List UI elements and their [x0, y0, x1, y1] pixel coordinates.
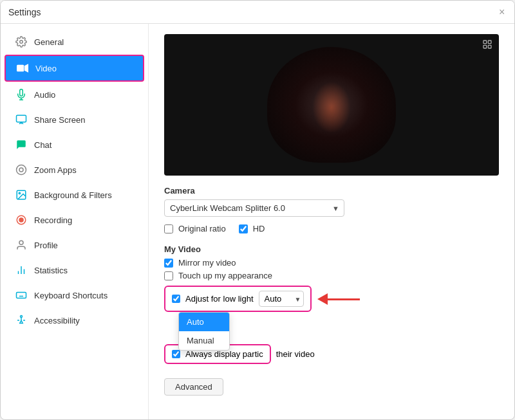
adjust-highlight-box: Adjust for low light Auto ▼ Auto Manual	[164, 286, 312, 312]
share-screen-icon	[15, 113, 28, 126]
background-icon	[15, 188, 28, 201]
camera-select[interactable]: CyberLink Webcam Splitter 6.0	[164, 199, 344, 217]
svg-rect-25	[488, 41, 491, 44]
adjust-row: Adjust for low light Auto ▼	[172, 291, 304, 307]
sidebar-item-share-label: Share Screen	[34, 115, 86, 125]
content-area: General Video	[1, 24, 514, 419]
adjust-dropdown-wrapper: Auto ▼	[259, 291, 304, 307]
svg-rect-26	[483, 45, 487, 48]
titlebar: Settings ×	[1, 1, 514, 24]
arrow-head	[317, 293, 328, 305]
zoom-apps-icon	[15, 163, 28, 176]
hd-checkbox[interactable]	[239, 224, 248, 233]
video-preview	[164, 34, 499, 176]
sidebar-item-statistics[interactable]: Statistics	[5, 258, 144, 282]
profile-icon	[15, 239, 28, 251]
sidebar-item-recording-label: Recording	[34, 215, 72, 225]
dropdown-option-manual[interactable]: Manual	[179, 331, 229, 350]
touch-up-checkbox[interactable]	[164, 271, 173, 280]
sidebar-item-chat-label: Chat	[34, 140, 52, 150]
always-display-label: Always display partic	[185, 349, 263, 359]
sidebar-item-accessibility[interactable]: Accessibility	[5, 308, 144, 333]
camera-select-wrapper: CyberLink Webcam Splitter 6.0 ▼	[164, 199, 344, 217]
sidebar-item-keyboard[interactable]: Keyboard Shortcuts	[5, 283, 144, 307]
camera-section: Camera CyberLink Webcam Splitter 6.0 ▼ O…	[164, 186, 499, 237]
hd-label: HD	[253, 224, 265, 233]
svg-point-0	[20, 41, 23, 44]
video-dark-shape	[267, 47, 396, 163]
hd-row: HD	[239, 224, 265, 233]
sidebar-item-statistics-label: Statistics	[34, 266, 68, 275]
window-title: Settings	[8, 7, 41, 17]
adjust-section-wrapper: Adjust for low light Auto ▼ Auto Manual	[164, 286, 312, 312]
sidebar-item-general[interactable]: General	[5, 30, 144, 54]
original-ratio-label: Original ratio	[178, 224, 226, 233]
always-display-checkbox[interactable]	[172, 350, 180, 358]
sidebar-item-general-label: General	[34, 37, 64, 47]
adjust-checkbox[interactable]	[172, 295, 180, 303]
mirror-row: Mirror my video	[164, 258, 499, 268]
main-content: Camera CyberLink Webcam Splitter 6.0 ▼ O…	[149, 24, 514, 419]
svg-rect-5	[17, 115, 26, 122]
advanced-button[interactable]: Advanced	[164, 378, 223, 396]
mirror-label: Mirror my video	[178, 258, 236, 268]
statistics-icon	[15, 264, 28, 277]
svg-rect-24	[483, 41, 487, 44]
sidebar-item-keyboard-label: Keyboard Shortcuts	[34, 291, 108, 300]
adjust-select[interactable]: Auto	[259, 291, 304, 307]
sidebar-item-video-label: Video	[35, 64, 57, 73]
close-button[interactable]: ×	[499, 8, 507, 16]
always-display-suffix: their video	[276, 349, 315, 359]
sidebar: General Video	[1, 24, 149, 419]
dropdown-option-auto[interactable]: Auto	[179, 313, 229, 331]
mirror-checkbox[interactable]	[164, 259, 173, 268]
my-video-section: My Video Mirror my video Touch up my app…	[164, 244, 499, 280]
sidebar-item-share-screen[interactable]: Share Screen	[5, 107, 144, 132]
video-expand-icon[interactable]	[482, 39, 492, 52]
svg-point-10	[19, 192, 20, 194]
sidebar-item-chat[interactable]: Chat	[5, 132, 144, 157]
adjust-dropdown-options: Auto Manual	[178, 312, 230, 351]
sidebar-item-audio[interactable]: Audio	[5, 82, 144, 107]
recording-icon	[15, 214, 28, 226]
settings-window: Settings × General	[0, 0, 515, 420]
sidebar-item-background-label: Background & Filters	[34, 190, 112, 200]
advanced-section: Advanced	[164, 372, 499, 396]
camera-label: Camera	[164, 186, 499, 196]
arrow-indicator	[317, 293, 360, 305]
sidebar-item-zoom-apps[interactable]: Zoom Apps	[5, 158, 144, 182]
sidebar-item-profile-label: Profile	[34, 241, 58, 250]
gear-icon	[15, 35, 28, 48]
original-ratio-checkbox[interactable]	[164, 224, 173, 233]
touch-up-label: Touch up my appearance	[178, 271, 272, 280]
my-video-label: My Video	[164, 244, 499, 254]
video-preview-inner	[164, 34, 499, 176]
accessibility-icon	[15, 314, 28, 327]
sidebar-item-audio-label: Audio	[34, 90, 55, 100]
sidebar-item-zoom-apps-label: Zoom Apps	[34, 165, 77, 175]
original-ratio-row: Original ratio	[164, 224, 226, 233]
svg-rect-27	[488, 45, 491, 48]
arrow-shaft	[328, 298, 360, 300]
svg-point-12	[19, 218, 23, 222]
video-glow	[312, 82, 351, 133]
sidebar-item-accessibility-label: Accessibility	[34, 316, 80, 325]
svg-point-8	[19, 168, 23, 172]
adjust-label: Adjust for low light	[185, 294, 254, 304]
sidebar-item-profile[interactable]: Profile	[5, 233, 144, 257]
svg-marker-2	[24, 64, 28, 73]
keyboard-icon	[15, 289, 28, 302]
video-icon	[16, 62, 29, 75]
svg-rect-17	[17, 293, 26, 298]
audio-icon	[15, 88, 28, 101]
touch-up-row: Touch up my appearance	[164, 271, 499, 280]
svg-point-7	[17, 165, 26, 175]
sidebar-item-background[interactable]: Background & Filters	[5, 183, 144, 207]
sidebar-item-recording[interactable]: Recording	[5, 208, 144, 232]
svg-point-13	[19, 241, 23, 244]
svg-point-23	[21, 316, 23, 318]
sidebar-item-video[interactable]: Video	[5, 55, 144, 82]
svg-rect-1	[17, 65, 24, 72]
chat-icon	[15, 138, 28, 151]
